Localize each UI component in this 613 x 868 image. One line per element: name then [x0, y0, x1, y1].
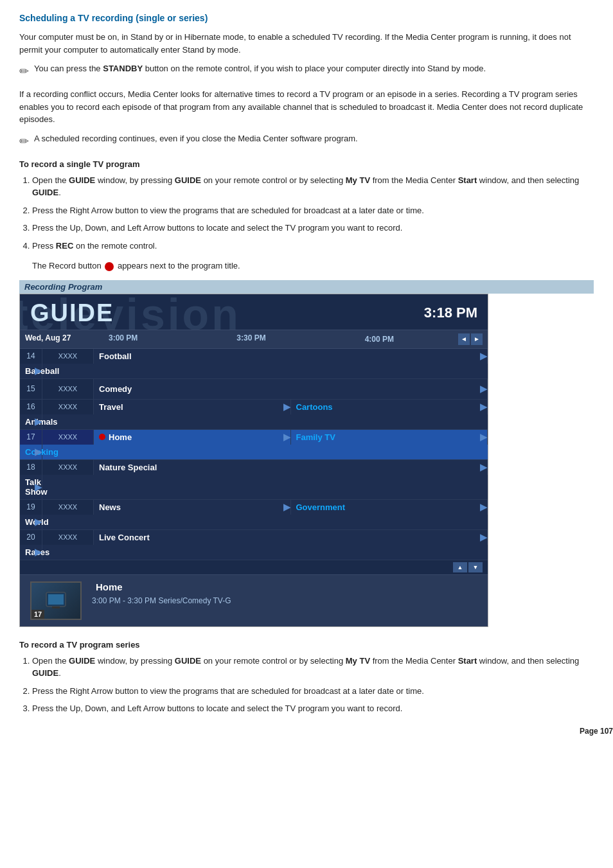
program-cell[interactable]: Home ▶	[94, 430, 291, 445]
guide-info-text: Home 3:00 PM - 3:30 PM Series/Comedy TV-…	[92, 581, 231, 605]
prog-arrow: ▶	[283, 502, 290, 512]
intro-paragraph-2: If a recording conflict occurs, Media Ce…	[19, 88, 594, 126]
step-2: Press the Right Arrow button to view the…	[32, 204, 594, 217]
table-row: 14 XXXX Football▶ Baseball▶	[20, 349, 488, 379]
guide-header: television GUIDE 3:18 PM	[20, 294, 488, 330]
note-block-2: ✏ A scheduled recording continues, even …	[19, 132, 594, 150]
program-cell[interactable]: Cooking▶	[20, 445, 42, 459]
record-button-icon	[105, 262, 114, 271]
channel-number: 18	[20, 460, 42, 475]
channel-call: XXXX	[42, 349, 94, 364]
svg-rect-2	[52, 607, 60, 608]
channel-number: 17	[20, 430, 42, 445]
guide-info-meta: 3:00 PM - 3:30 PM Series/Comedy TV-G	[92, 596, 231, 605]
intro-paragraph-1: Your computer must be on, in Stand by or…	[19, 31, 594, 56]
note-text-1: You can press the STANDBY button on the …	[34, 62, 486, 75]
guide-current-time: 3:18 PM	[424, 305, 477, 321]
prog-arrow: ▶	[480, 384, 487, 394]
table-row: 20 XXXX Live Concert▶ Races▶	[20, 530, 488, 560]
program-cell[interactable]: Animals▶	[20, 414, 42, 429]
guide-section-label: Recording Program	[19, 280, 594, 294]
guide-info-program-title: Home	[96, 581, 123, 592]
rec-dot	[99, 434, 105, 440]
nav-next-button[interactable]: ►	[471, 333, 483, 345]
nav-prev-button[interactable]: ◄	[458, 333, 470, 345]
step-2-3: Press the Up, Down, and Left Arrow butto…	[32, 702, 594, 715]
channel-number: 15	[20, 379, 42, 399]
channel-call: XXXX	[42, 379, 94, 399]
step-4: Press REC on the remote control.	[32, 240, 594, 252]
program-cell[interactable]: Nature Special▶	[94, 460, 488, 475]
page-number: Page 107	[580, 727, 613, 736]
scroll-up-button[interactable]: ▲	[453, 562, 467, 572]
channel-call: XXXX	[42, 460, 94, 475]
guide-time-slot-2: 3:30 PM	[231, 332, 359, 346]
program-cell[interactable]: Talk Show▶	[20, 475, 42, 499]
prog-arrow: ▶	[480, 351, 487, 361]
prog-arrow: ▶	[480, 402, 487, 412]
section-heading-1: To record a single TV program	[19, 159, 594, 169]
guide-info-panel: 17 Home 3:00 PM - 3:30 PM Series/Comedy …	[20, 574, 488, 626]
guide-time-slot-3: 4:00 PM ◄ ►	[360, 332, 488, 346]
channel-number: 14	[20, 349, 42, 364]
table-row: 18 XXXX Nature Special▶ Talk Show▶	[20, 460, 488, 500]
program-note: The Record button appears next to the pr…	[32, 260, 594, 272]
guide-info-title: Home	[92, 581, 231, 592]
prog-arrow: ▶	[35, 482, 42, 492]
table-row: 16 XXXX Travel▶ Cartoons▶ Animals▶	[20, 400, 488, 430]
channel-call: XXXX	[42, 530, 94, 545]
program-cell[interactable]: News▶	[94, 500, 291, 515]
program-cell[interactable]: Travel▶	[94, 400, 291, 414]
program-cell[interactable]: World▶	[20, 515, 42, 529]
program-cell[interactable]: Football▶	[94, 349, 488, 364]
prog-arrow: ▶	[35, 547, 42, 557]
guide-thumbnail: 17	[30, 581, 82, 620]
note-text-2: A scheduled recording continues, even if…	[34, 132, 358, 145]
prog-arrow: ▶	[480, 432, 487, 442]
prog-arrow: ▶	[35, 447, 42, 457]
guide-title: GUIDE	[30, 299, 114, 327]
nav-arrows[interactable]: ◄ ►	[458, 333, 483, 345]
note-icon-1: ✏	[19, 63, 29, 80]
step-2-1: Open the GUIDE window, by pressing GUIDE…	[32, 655, 594, 680]
note-block-1: ✏ You can press the STANDBY button on th…	[19, 62, 594, 80]
program-cell[interactable]: Family TV▶	[291, 430, 488, 445]
page-heading: Scheduling a TV recording (single or ser…	[19, 13, 594, 23]
program-cell[interactable]: Comedy▶	[94, 379, 488, 399]
program-cell[interactable]: Live Concert▶	[94, 530, 488, 545]
steps-list-2: Open the GUIDE window, by pressing GUIDE…	[32, 655, 594, 715]
guide-time-slot-1: 3:00 PM	[103, 332, 231, 346]
scroll-arrow-row: ▲ ▼	[20, 560, 488, 574]
channel-number: 19	[20, 500, 42, 515]
prog-arrow: ▶	[283, 402, 290, 412]
section-heading-2: To record a TV program series	[19, 640, 594, 650]
scroll-arrows[interactable]: ▲ ▼	[453, 562, 483, 572]
table-row: 19 XXXX News▶ Government▶ World▶	[20, 500, 488, 530]
thumb-channel-number: 17	[31, 610, 44, 619]
channel-call: XXXX	[42, 500, 94, 515]
step-1: Open the GUIDE window, by pressing GUIDE…	[32, 174, 594, 199]
svg-rect-1	[48, 594, 64, 605]
prog-arrow: ▶	[35, 416, 42, 427]
channel-number: 16	[20, 400, 42, 414]
program-cell[interactable]: Government▶	[291, 500, 488, 515]
prog-arrow: ▶	[480, 502, 487, 512]
channel-number: 20	[20, 530, 42, 545]
prog-arrow: ▶	[283, 432, 290, 442]
prog-arrow: ▶	[480, 462, 487, 472]
program-cell[interactable]: Cartoons▶	[291, 400, 488, 414]
table-row: 17 XXXX Home ▶ Family TV▶ Cooking▶	[20, 430, 488, 460]
prog-arrow: ▶	[35, 517, 42, 527]
program-cell[interactable]: Baseball▶	[20, 364, 42, 378]
channel-call: XXXX	[42, 430, 94, 445]
scroll-down-button[interactable]: ▼	[468, 562, 483, 572]
guide-date: Wed, Aug 27	[20, 332, 103, 346]
step-3: Press the Up, Down, and Left Arrow butto…	[32, 222, 594, 235]
guide-container: television GUIDE 3:18 PM Wed, Aug 27 3:0…	[19, 294, 488, 627]
steps-list-1: Open the GUIDE window, by pressing GUIDE…	[32, 174, 594, 252]
note-icon-2: ✏	[19, 133, 29, 150]
table-row: 15 XXXX Comedy▶	[20, 379, 488, 400]
program-cell[interactable]: Races▶	[20, 545, 42, 560]
guide-date-row: Wed, Aug 27 3:00 PM 3:30 PM 4:00 PM ◄ ►	[20, 330, 488, 349]
channel-call: XXXX	[42, 400, 94, 414]
